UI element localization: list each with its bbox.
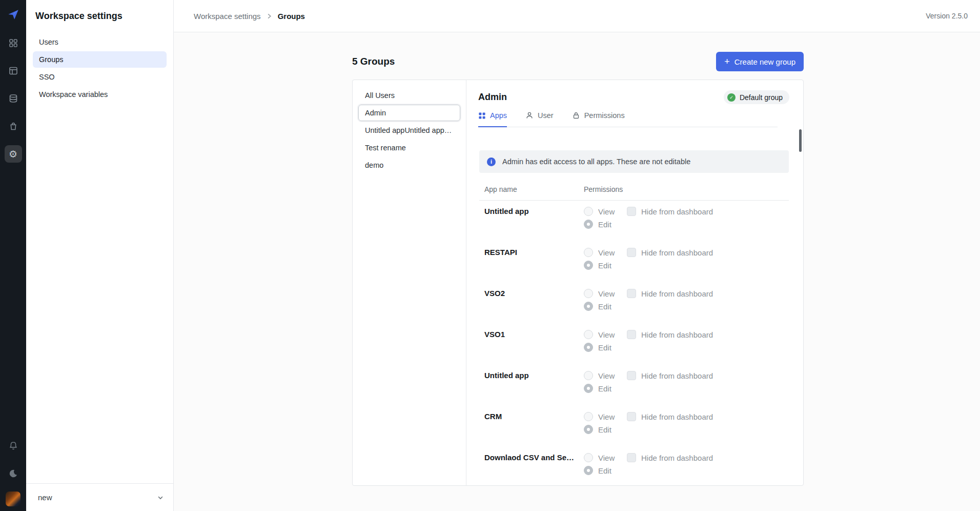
app-name: CRM — [484, 412, 584, 447]
pages-layout-icon[interactable] — [5, 62, 22, 80]
user-avatar[interactable] — [6, 492, 21, 506]
edit-label: Edit — [598, 384, 611, 393]
edit-label: Edit — [598, 425, 611, 434]
app-permission-row: Untitled app View Edit Hide from dashboa… — [479, 365, 789, 406]
sidebar-item-users[interactable]: Users — [33, 34, 167, 50]
edit-radio[interactable] — [584, 261, 593, 270]
view-radio[interactable] — [584, 453, 593, 462]
edit-radio[interactable] — [584, 220, 593, 229]
app-name: VSO2 — [484, 289, 584, 324]
app-name: Untitled app — [484, 207, 584, 242]
default-group-badge: Default group — [724, 90, 789, 104]
breadcrumb-root[interactable]: Workspace settings — [194, 12, 261, 21]
view-label: View — [598, 371, 615, 380]
table-header: App name Permissions — [479, 185, 789, 201]
edit-radio[interactable] — [584, 384, 593, 393]
scrollbar-thumb[interactable] — [799, 129, 802, 152]
apps-permissions-body: Admin has edit access to all apps. These… — [466, 127, 803, 486]
sidebar-item-workspace-variables[interactable]: Workspace variables — [33, 86, 167, 103]
group-item-label: Admin — [365, 109, 386, 117]
sidebar-item-sso[interactable]: SSO — [33, 69, 167, 85]
edit-label: Edit — [598, 261, 611, 270]
groups-count: 5 Groups — [352, 56, 395, 67]
hide-from-dashboard-checkbox[interactable] — [627, 453, 636, 462]
edit-radio[interactable] — [584, 466, 593, 475]
view-label: View — [598, 248, 615, 257]
chevron-down-icon — [157, 494, 164, 501]
apps-grid-icon[interactable] — [5, 34, 22, 52]
edit-radio[interactable] — [584, 343, 593, 352]
version-label: Version 2.5.0 — [926, 12, 968, 20]
user-tab-icon — [525, 111, 534, 120]
edit-label: Edit — [598, 466, 611, 475]
hide-from-dashboard-checkbox[interactable] — [627, 412, 636, 421]
app-permission-row: Downlaod CSV and Send attac… View Edit H… — [479, 447, 789, 486]
check-circle-icon — [727, 93, 736, 102]
info-icon — [487, 158, 496, 166]
view-radio[interactable] — [584, 248, 593, 257]
main-content: 5 Groups Create new group All Users Admi… — [174, 32, 980, 511]
group-title: Admin — [478, 92, 507, 103]
hide-from-dashboard-checkbox[interactable] — [627, 330, 636, 339]
view-radio[interactable] — [584, 412, 593, 421]
groups-card: All Users Admin Untitled appUntitled app… — [352, 80, 804, 486]
view-label: View — [598, 207, 615, 216]
notifications-bell-icon[interactable] — [5, 437, 22, 455]
sidebar-item-groups[interactable]: Groups — [33, 51, 167, 68]
edit-radio[interactable] — [584, 302, 593, 311]
hide-from-dashboard-checkbox[interactable] — [627, 248, 636, 257]
create-new-group-button[interactable]: Create new group — [716, 52, 804, 71]
tab-apps[interactable]: Apps — [478, 111, 507, 127]
view-radio[interactable] — [584, 330, 593, 339]
top-bar: Workspace settings Groups Version 2.5.0 — [174, 0, 980, 32]
app-name: Untitled app — [484, 371, 584, 406]
settings-sidebar: Workspace settings Users Groups SSO Work… — [26, 0, 174, 511]
hide-label: Hide from dashboard — [641, 454, 713, 462]
detail-tabs: Apps User Permissions — [478, 111, 778, 127]
notice-text: Admin has edit access to all apps. These… — [502, 158, 690, 166]
group-item-untitled[interactable]: Untitled appUntitled appUntitle… — [358, 122, 460, 139]
app-logo-icon[interactable] — [6, 7, 21, 22]
dark-mode-moon-icon[interactable] — [5, 465, 22, 482]
default-group-badge-label: Default group — [740, 93, 783, 102]
group-item-label: Test rename — [365, 144, 406, 152]
group-item-label: Untitled appUntitled appUntitle… — [365, 126, 454, 134]
sidebar-item-label: Groups — [39, 55, 64, 64]
view-label: View — [598, 412, 615, 421]
group-item-test-rename[interactable]: Test rename — [358, 140, 460, 156]
group-item-admin[interactable]: Admin — [358, 105, 460, 121]
marketplace-icon[interactable] — [5, 117, 22, 135]
plus-icon — [724, 57, 730, 66]
hide-from-dashboard-checkbox[interactable] — [627, 371, 636, 380]
tab-label: Apps — [490, 111, 507, 120]
workspace-switcher[interactable]: new — [26, 483, 173, 511]
view-radio[interactable] — [584, 207, 593, 216]
sidebar-item-label: Workspace variables — [39, 90, 108, 99]
admin-access-notice: Admin has edit access to all apps. These… — [479, 150, 789, 173]
database-icon[interactable] — [5, 90, 22, 107]
breadcrumb: Workspace settings Groups — [194, 12, 926, 21]
edit-radio[interactable] — [584, 425, 593, 434]
chevron-right-icon — [266, 13, 273, 19]
view-label: View — [598, 289, 615, 298]
group-list: All Users Admin Untitled appUntitled app… — [353, 80, 466, 485]
app-name: RESTAPI — [484, 248, 584, 283]
lock-icon — [572, 111, 580, 120]
apps-tab-icon — [478, 112, 486, 120]
view-label: View — [598, 330, 615, 339]
settings-gear-icon[interactable]: ⚙ — [5, 145, 22, 163]
group-item-all-users[interactable]: All Users — [358, 87, 460, 104]
hide-label: Hide from dashboard — [641, 412, 713, 421]
workspace-name: new — [38, 493, 157, 502]
hide-from-dashboard-checkbox[interactable] — [627, 289, 636, 298]
tab-permissions[interactable]: Permissions — [572, 111, 625, 127]
view-radio[interactable] — [584, 371, 593, 380]
view-label: View — [598, 454, 615, 462]
breadcrumb-current: Groups — [278, 12, 305, 21]
view-radio[interactable] — [584, 289, 593, 298]
group-item-demo[interactable]: demo — [358, 157, 460, 173]
edit-label: Edit — [598, 343, 611, 352]
hide-from-dashboard-checkbox[interactable] — [627, 207, 636, 216]
tab-user[interactable]: User — [525, 111, 554, 127]
app-permission-row: Untitled app View Edit Hide from dashboa… — [479, 201, 789, 242]
